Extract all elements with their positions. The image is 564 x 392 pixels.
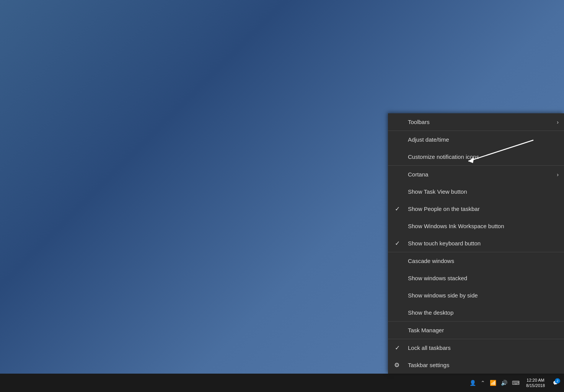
menu-item-task-manager[interactable]: Task Manager xyxy=(388,322,564,339)
menu-label-touch-keyboard: Show touch keyboard button xyxy=(408,240,481,247)
menu-item-stacked[interactable]: Show windows stacked xyxy=(388,270,564,287)
notification-badge: 2 xyxy=(555,378,560,384)
menu-label-task-view: Show Task View button xyxy=(408,188,467,195)
menu-item-show-desktop[interactable]: Show the desktop xyxy=(388,304,564,321)
keyboard-taskbar-icon[interactable]: ⌨ xyxy=(511,380,521,386)
people-taskbar-icon[interactable]: 👤 xyxy=(468,380,477,386)
clock-date: 8/15/2018 xyxy=(526,383,545,388)
menu-label-cascade: Cascade windows xyxy=(408,258,454,264)
menu-item-taskbar-settings[interactable]: ⚙Taskbar settings xyxy=(388,356,564,374)
chevron-taskbar-icon[interactable]: ⌃ xyxy=(479,380,486,386)
menu-item-side-by-side[interactable]: Show windows side by side xyxy=(388,287,564,304)
menu-item-ink-workspace[interactable]: Show Windows Ink Workspace button xyxy=(388,217,564,235)
volume-taskbar-icon[interactable]: 🔊 xyxy=(500,380,509,386)
clock-time: 12:20 AM xyxy=(526,377,545,383)
menu-item-adjust-date[interactable]: Adjust date/time xyxy=(388,131,564,148)
checkmark-icon: ✓ xyxy=(395,344,400,351)
menu-item-cortana[interactable]: Cortana› xyxy=(388,166,564,183)
menu-label-lock-taskbars: Lock all taskbars xyxy=(408,345,451,351)
menu-item-lock-taskbars[interactable]: ✓Lock all taskbars xyxy=(388,339,564,356)
menu-label-side-by-side: Show windows side by side xyxy=(408,292,478,299)
menu-label-show-desktop: Show the desktop xyxy=(408,309,453,316)
taskbar-right: 👤 ⌃ 📶 🔊 ⌨ 12:20 AM 8/15/2018 💬 2 xyxy=(468,377,564,389)
menu-label-stacked: Show windows stacked xyxy=(408,275,467,281)
taskbar: 👤 ⌃ 📶 🔊 ⌨ 12:20 AM 8/15/2018 💬 2 xyxy=(0,374,564,392)
menu-label-cortana: Cortana xyxy=(408,171,428,178)
menu-item-touch-keyboard[interactable]: ✓Show touch keyboard button xyxy=(388,235,564,252)
clock-area[interactable]: 12:20 AM 8/15/2018 xyxy=(523,377,548,389)
desktop: Toolbars›Adjust date/timeCustomize notif… xyxy=(0,0,564,392)
submenu-arrow-icon: › xyxy=(557,119,559,125)
checkmark-icon: ✓ xyxy=(395,240,400,247)
notification-icon[interactable]: 💬 2 xyxy=(550,377,561,388)
gear-icon: ⚙ xyxy=(394,361,399,369)
menu-label-people: Show People on the taskbar xyxy=(408,206,480,212)
menu-label-adjust-date: Adjust date/time xyxy=(408,136,449,143)
menu-item-toolbars[interactable]: Toolbars› xyxy=(388,113,564,131)
menu-label-taskbar-settings: Taskbar settings xyxy=(408,362,449,368)
menu-item-people[interactable]: ✓Show People on the taskbar xyxy=(388,200,564,217)
menu-item-task-view[interactable]: Show Task View button xyxy=(388,183,564,200)
menu-label-task-manager: Task Manager xyxy=(408,327,444,333)
menu-label-toolbars: Toolbars xyxy=(408,119,430,125)
menu-item-customize-notif[interactable]: Customize notification icons xyxy=(388,148,564,165)
submenu-arrow-icon: › xyxy=(557,172,559,178)
menu-label-ink-workspace: Show Windows Ink Workspace button xyxy=(408,223,504,229)
menu-item-cascade[interactable]: Cascade windows xyxy=(388,252,564,270)
wifi-taskbar-icon[interactable]: 📶 xyxy=(489,380,497,386)
menu-label-customize-notif: Customize notification icons xyxy=(408,154,479,160)
context-menu: Toolbars›Adjust date/timeCustomize notif… xyxy=(388,113,564,374)
menu-items-container: Toolbars›Adjust date/timeCustomize notif… xyxy=(388,113,564,374)
checkmark-icon: ✓ xyxy=(395,205,400,212)
